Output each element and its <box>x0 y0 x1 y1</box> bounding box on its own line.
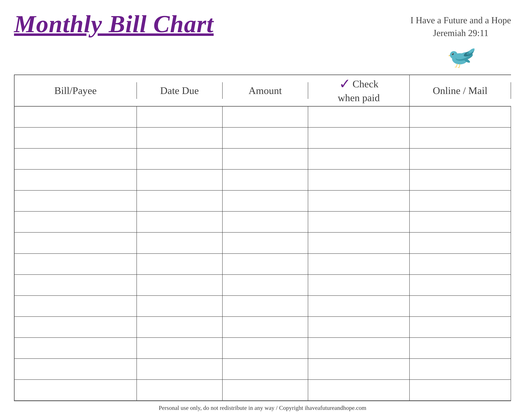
cell-bill <box>15 254 137 274</box>
cell-date <box>137 254 223 274</box>
cell-date <box>137 212 223 232</box>
cell-date <box>137 275 223 295</box>
table-row <box>15 380 511 401</box>
verse-line1: I Have a Future and a Hope <box>410 14 511 27</box>
svg-point-3 <box>452 53 453 54</box>
cell-check <box>308 149 410 169</box>
col-header-amount: Amount <box>223 82 308 99</box>
cell-bill <box>15 149 137 169</box>
footer-text: Personal use only, do not redistribute i… <box>159 405 366 411</box>
cell-bill <box>15 212 137 232</box>
cell-bill <box>15 128 137 148</box>
svg-marker-4 <box>448 55 450 56</box>
table-row <box>15 254 511 275</box>
title-area: Monthly Bill Chart <box>14 10 214 37</box>
verse-line2: Jeremiah 29:11 <box>410 27 511 39</box>
cell-bill <box>15 338 137 358</box>
table-row <box>15 107 511 128</box>
cell-amount <box>223 296 308 317</box>
cell-bill <box>15 380 137 400</box>
cell-online <box>410 254 511 274</box>
cell-check <box>308 169 410 190</box>
svg-point-2 <box>452 53 454 55</box>
cell-bill <box>15 275 137 295</box>
footer: Personal use only, do not redistribute i… <box>14 401 511 413</box>
svg-line-11 <box>456 64 457 67</box>
bible-verse: I Have a Future and a Hope Jeremiah 29:1… <box>410 14 511 39</box>
bird-decoration <box>443 43 478 69</box>
cell-amount <box>223 359 308 379</box>
cell-amount <box>223 149 308 169</box>
bird-icon <box>443 43 478 69</box>
col-label-amount: Amount <box>249 84 282 97</box>
table-row <box>15 338 511 359</box>
cell-date <box>137 380 223 400</box>
cell-date <box>137 128 223 148</box>
check-text-block: ✓ Check <box>339 77 378 91</box>
table-row <box>15 359 511 380</box>
cell-online <box>410 169 511 190</box>
cell-online <box>410 212 511 232</box>
cell-amount <box>223 191 308 211</box>
header-right: I Have a Future and a Hope Jeremiah 29:1… <box>410 14 511 69</box>
svg-line-12 <box>459 64 460 67</box>
cell-check <box>308 128 410 148</box>
cell-amount <box>223 128 308 148</box>
cell-amount <box>223 317 308 337</box>
col-header-date: Date Due <box>137 82 223 99</box>
col-header-online: Online / Mail <box>410 82 511 99</box>
cell-check <box>308 380 410 400</box>
cell-date <box>137 169 223 190</box>
cell-check <box>308 212 410 232</box>
col-label-check-word: Check <box>352 77 378 91</box>
cell-online <box>410 191 511 211</box>
table-row <box>15 296 511 317</box>
page: Monthly Bill Chart I Have a Future and a… <box>0 0 525 420</box>
table-row <box>15 149 511 169</box>
cell-online <box>410 233 511 253</box>
cell-amount <box>223 169 308 190</box>
cell-date <box>137 338 223 358</box>
cell-online <box>410 128 511 148</box>
cell-online <box>410 380 511 400</box>
cell-check <box>308 107 410 127</box>
table-row <box>15 128 511 149</box>
cell-date <box>137 359 223 379</box>
checkmark-icon: ✓ <box>339 77 351 91</box>
cell-online <box>410 338 511 358</box>
table-row <box>15 169 511 191</box>
cell-check <box>308 254 410 274</box>
cell-date <box>137 149 223 169</box>
cell-bill <box>15 169 137 190</box>
cell-bill <box>15 233 137 253</box>
cell-check <box>308 191 410 211</box>
cell-online <box>410 275 511 295</box>
cell-bill <box>15 191 137 211</box>
cell-online <box>410 296 511 317</box>
table-header-row: Bill/Payee Date Due Amount ✓ Check when … <box>15 75 511 107</box>
col-header-bill: Bill/Payee <box>15 82 137 99</box>
cell-date <box>137 191 223 211</box>
cell-amount <box>223 107 308 127</box>
col-label-online: Online / Mail <box>433 84 488 97</box>
cell-check <box>308 233 410 253</box>
cell-date <box>137 107 223 127</box>
cell-online <box>410 149 511 169</box>
cell-amount <box>223 254 308 274</box>
header: Monthly Bill Chart I Have a Future and a… <box>14 10 511 69</box>
cell-check <box>308 275 410 295</box>
table-row <box>15 191 511 212</box>
cell-bill <box>15 317 137 337</box>
cell-online <box>410 317 511 337</box>
table-row <box>15 233 511 253</box>
page-title: Monthly Bill Chart <box>14 10 214 37</box>
col-header-check: ✓ Check when paid <box>308 75 410 106</box>
cell-bill <box>15 359 137 379</box>
table-row <box>15 317 511 338</box>
table-row <box>15 275 511 296</box>
cell-date <box>137 233 223 253</box>
cell-online <box>410 107 511 127</box>
cell-amount <box>223 275 308 295</box>
cell-check <box>308 338 410 358</box>
col-label-bill: Bill/Payee <box>55 84 97 97</box>
